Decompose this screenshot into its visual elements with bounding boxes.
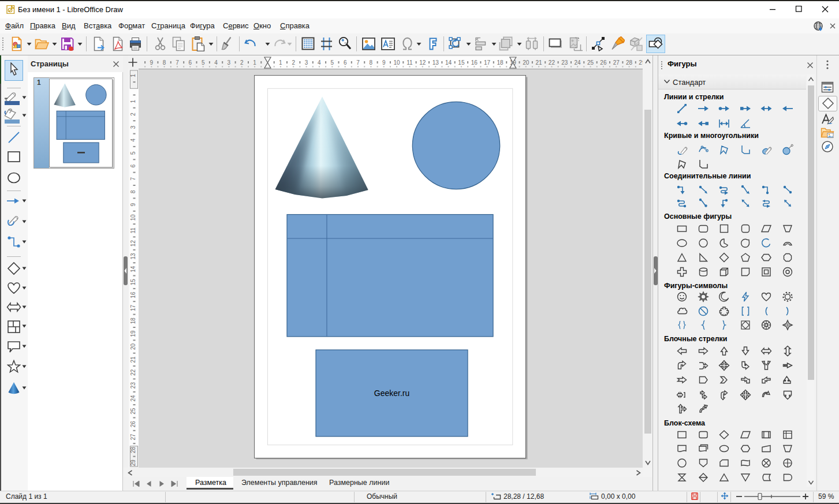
svg-text:20: 20 — [523, 59, 529, 66]
svg-text:24: 24 — [130, 395, 136, 402]
svg-text:7: 7 — [176, 59, 179, 66]
svg-text:21: 21 — [130, 356, 136, 363]
svg-text:8: 8 — [370, 59, 373, 66]
svg-text:17: 17 — [130, 304, 136, 311]
svg-text:28: 28 — [626, 59, 633, 66]
svg-text:18: 18 — [497, 59, 504, 66]
svg-text:4: 4 — [214, 59, 218, 66]
svg-text:12: 12 — [130, 240, 136, 247]
svg-text:17: 17 — [484, 59, 491, 66]
svg-text:2: 2 — [292, 59, 295, 66]
svg-text:28: 28 — [130, 446, 136, 453]
svg-text:5: 5 — [202, 59, 205, 66]
svg-text:9: 9 — [130, 203, 136, 206]
svg-text:3: 3 — [130, 125, 136, 129]
svg-text:2: 2 — [240, 59, 244, 66]
svg-text:14: 14 — [445, 59, 452, 66]
svg-text:3: 3 — [305, 59, 308, 66]
svg-text:19: 19 — [130, 330, 136, 337]
svg-text:15: 15 — [130, 279, 136, 286]
svg-text:18: 18 — [130, 318, 136, 324]
svg-text:6: 6 — [130, 164, 136, 167]
svg-text:7: 7 — [130, 177, 136, 181]
svg-text:21: 21 — [536, 59, 543, 66]
svg-text:29: 29 — [130, 460, 136, 466]
svg-text:9: 9 — [150, 59, 154, 66]
svg-text:26: 26 — [600, 59, 607, 66]
svg-text:24: 24 — [575, 59, 581, 66]
svg-text:1: 1 — [253, 59, 256, 66]
svg-text:7: 7 — [356, 59, 360, 66]
svg-text:29: 29 — [639, 59, 643, 66]
svg-text:5: 5 — [331, 59, 334, 66]
svg-text:Geeker.ru: Geeker.ru — [374, 389, 409, 398]
svg-text:22: 22 — [130, 369, 136, 376]
svg-text:8: 8 — [163, 59, 166, 66]
svg-text:2: 2 — [130, 113, 136, 116]
svg-text:23: 23 — [561, 59, 568, 66]
svg-text:25: 25 — [130, 408, 136, 415]
svg-text:13: 13 — [432, 59, 439, 66]
svg-text:11: 11 — [407, 59, 413, 66]
svg-text:4: 4 — [130, 138, 136, 141]
svg-text:10: 10 — [130, 214, 136, 221]
svg-text:16: 16 — [471, 59, 478, 66]
svg-text:6: 6 — [189, 59, 192, 66]
svg-text:14: 14 — [130, 266, 136, 272]
svg-text:8: 8 — [130, 190, 136, 193]
svg-text:13: 13 — [130, 253, 136, 260]
svg-text:16: 16 — [130, 292, 136, 298]
svg-text:3: 3 — [228, 59, 231, 66]
svg-text:6: 6 — [344, 59, 347, 66]
svg-text:23: 23 — [130, 382, 136, 389]
svg-text:12: 12 — [419, 59, 426, 66]
svg-text:1: 1 — [130, 74, 136, 77]
svg-text:1: 1 — [279, 59, 282, 66]
svg-text:20: 20 — [130, 344, 136, 350]
svg-text:11: 11 — [130, 227, 136, 234]
svg-text:26: 26 — [130, 421, 136, 428]
svg-text:15: 15 — [458, 59, 465, 66]
svg-text:10: 10 — [394, 59, 401, 66]
svg-text:5: 5 — [130, 151, 136, 155]
svg-text:27: 27 — [613, 59, 620, 66]
svg-text:25: 25 — [587, 59, 594, 66]
svg-text:9: 9 — [382, 59, 386, 66]
svg-text:22: 22 — [549, 59, 555, 66]
svg-text:1: 1 — [130, 99, 136, 103]
svg-text:4: 4 — [318, 59, 321, 66]
svg-text:27: 27 — [130, 434, 136, 440]
